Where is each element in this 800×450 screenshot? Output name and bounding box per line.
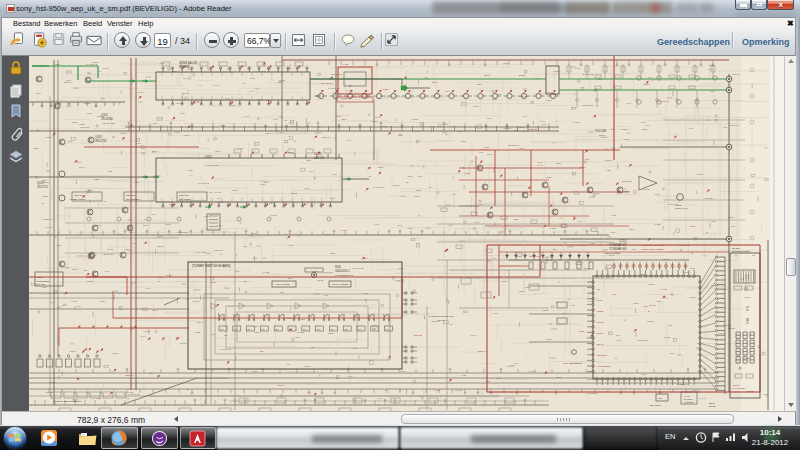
svg-text:0.01: 0.01 bbox=[540, 222, 545, 225]
svg-text:47u: 47u bbox=[289, 121, 294, 124]
svg-text:2SC2712: 2SC2712 bbox=[638, 339, 649, 342]
svg-text:DET: DET bbox=[309, 170, 314, 172]
svg-text:120P: 120P bbox=[579, 330, 585, 333]
svg-text:2SC2712: 2SC2712 bbox=[37, 185, 48, 189]
svg-text:SW: SW bbox=[220, 328, 223, 330]
svg-text:0.022: 0.022 bbox=[383, 88, 390, 91]
svg-text:4.7K: 4.7K bbox=[348, 375, 353, 378]
svg-text:R123: R123 bbox=[317, 279, 324, 282]
svg-text:S702-304: S702-304 bbox=[595, 129, 607, 133]
svg-text:S1: S1 bbox=[669, 324, 673, 326]
svg-text:TC9309AF-005: TC9309AF-005 bbox=[609, 247, 627, 251]
svg-text:56K: 56K bbox=[324, 294, 329, 297]
svg-text:100u: 100u bbox=[643, 305, 649, 308]
svg-text:Q105: Q105 bbox=[414, 195, 421, 198]
svg-text:680: 680 bbox=[616, 334, 621, 337]
svg-text:(AEP,UK,E-ASF MODEL): (AEP,UK,E-ASF MODEL) bbox=[641, 244, 666, 247]
svg-text:22K: 22K bbox=[260, 350, 265, 353]
svg-text:LPF: LPF bbox=[479, 151, 484, 154]
svg-text:REG 5V: REG 5V bbox=[291, 125, 301, 128]
svg-text:1000P: 1000P bbox=[546, 338, 554, 341]
svg-text:GRID: GRID bbox=[743, 357, 749, 360]
svg-text:SEG: SEG bbox=[134, 181, 139, 184]
svg-text:AM/FM TUNE: AM/FM TUNE bbox=[275, 283, 290, 285]
svg-text:D105: D105 bbox=[183, 92, 190, 95]
svg-text:R123: R123 bbox=[304, 365, 311, 368]
svg-text:KEY: KEY bbox=[211, 333, 216, 336]
svg-text:2SC2712: 2SC2712 bbox=[95, 139, 107, 143]
svg-text:DET: DET bbox=[461, 140, 466, 143]
svg-text:OSC1: OSC1 bbox=[643, 188, 650, 191]
svg-text:9.0: 9.0 bbox=[189, 174, 193, 176]
svg-text:VDD: VDD bbox=[56, 244, 61, 247]
svg-text:L204: L204 bbox=[606, 169, 612, 172]
svg-text:S-CURVE: S-CURVE bbox=[582, 104, 594, 107]
svg-text:VCO: VCO bbox=[72, 300, 77, 303]
svg-text:C204: C204 bbox=[152, 309, 158, 312]
svg-text:1000P: 1000P bbox=[277, 384, 284, 387]
svg-text:MUTE: MUTE bbox=[597, 321, 604, 323]
svg-text:R123: R123 bbox=[232, 189, 239, 192]
svg-text:VCO: VCO bbox=[575, 67, 580, 70]
svg-text:SW: SW bbox=[234, 328, 237, 330]
svg-text:AGC: AGC bbox=[610, 231, 616, 234]
svg-text:SEG: SEG bbox=[556, 376, 561, 379]
svg-text:3.3K: 3.3K bbox=[690, 267, 695, 270]
svg-text:DET: DET bbox=[216, 150, 221, 153]
svg-text:Q204: Q204 bbox=[37, 276, 44, 279]
svg-text:DIG: DIG bbox=[398, 224, 403, 227]
svg-text:SW: SW bbox=[330, 328, 333, 330]
svg-text:IC201: IC201 bbox=[518, 290, 525, 293]
svg-text:330: 330 bbox=[185, 298, 190, 301]
svg-text:47u: 47u bbox=[151, 213, 156, 216]
svg-text:C204: C204 bbox=[378, 166, 385, 169]
svg-text:B+: B+ bbox=[369, 175, 373, 178]
svg-text:AGC: AGC bbox=[395, 279, 400, 282]
svg-text:VR102: VR102 bbox=[731, 73, 739, 76]
svg-text:C204: C204 bbox=[143, 224, 150, 227]
svg-text:0.022: 0.022 bbox=[103, 67, 110, 70]
svg-text:BL5-20728 TUBE: BL5-20728 TUBE bbox=[732, 250, 750, 252]
svg-text:Q105: Q105 bbox=[70, 350, 77, 353]
svg-text:47u: 47u bbox=[148, 372, 153, 375]
svg-text:KD: KD bbox=[597, 288, 601, 290]
svg-text:B+: B+ bbox=[187, 388, 191, 391]
svg-text:SW: SW bbox=[261, 328, 264, 330]
svg-text:330: 330 bbox=[353, 347, 358, 350]
svg-text:L204: L204 bbox=[265, 132, 271, 135]
svg-text:SYS3-286,288,289,279: SYS3-286,288,289,279 bbox=[429, 315, 455, 318]
svg-text:IC201: IC201 bbox=[112, 352, 119, 355]
svg-text:B+: B+ bbox=[446, 133, 450, 136]
svg-text:K1 K2: K1 K2 bbox=[649, 304, 656, 306]
svg-text:D105: D105 bbox=[648, 283, 655, 286]
svg-text:R123: R123 bbox=[328, 332, 334, 335]
svg-text:7.5K: 7.5K bbox=[249, 90, 254, 92]
svg-text:0.022: 0.022 bbox=[342, 63, 349, 66]
svg-text:MPX: MPX bbox=[61, 304, 67, 307]
svg-text:IC201: IC201 bbox=[689, 296, 696, 299]
svg-text:B+: B+ bbox=[244, 82, 248, 85]
svg-text:AUTOMEMO: AUTOMEMO bbox=[569, 362, 582, 364]
svg-text:100VA: 100VA bbox=[599, 134, 606, 137]
svg-text:680: 680 bbox=[280, 291, 285, 294]
svg-text:5501B: 5501B bbox=[709, 405, 716, 407]
svg-text:120P: 120P bbox=[555, 162, 561, 165]
svg-text:-30(+B: -30(+B bbox=[437, 319, 445, 322]
svg-text:R123: R123 bbox=[690, 225, 696, 228]
svg-text:8.2K: 8.2K bbox=[462, 374, 467, 377]
svg-text:12.6V: 12.6V bbox=[484, 74, 491, 77]
svg-text:330: 330 bbox=[243, 280, 248, 283]
svg-text:1000P: 1000P bbox=[506, 365, 514, 368]
svg-text:120P: 120P bbox=[42, 195, 48, 198]
svg-text:22K: 22K bbox=[288, 277, 293, 280]
svg-text:REG 5V: REG 5V bbox=[125, 374, 134, 377]
svg-text:0.022: 0.022 bbox=[549, 227, 556, 230]
svg-text:IC251: IC251 bbox=[619, 239, 627, 243]
svg-text:1000P: 1000P bbox=[193, 300, 201, 303]
svg-text:OSC1: OSC1 bbox=[647, 320, 654, 323]
svg-text:100u: 100u bbox=[87, 112, 93, 115]
svg-text:D105: D105 bbox=[46, 136, 52, 139]
svg-text:DET: DET bbox=[547, 176, 552, 179]
svg-text:Q105: Q105 bbox=[664, 336, 671, 339]
svg-text:DISCONECT: DISCONECT bbox=[37, 280, 51, 282]
